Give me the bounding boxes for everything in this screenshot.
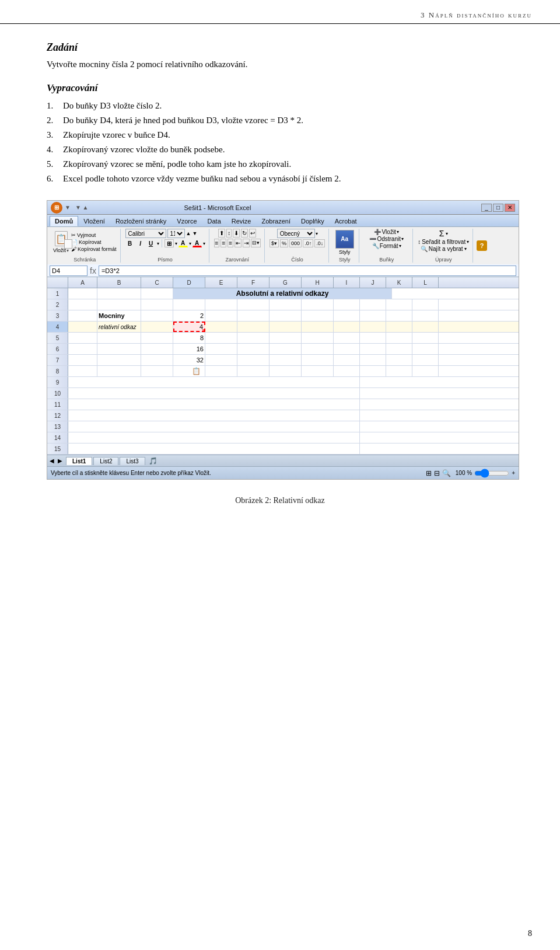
cell-H7[interactable]: [302, 355, 334, 365]
row-header-7[interactable]: 7: [47, 355, 68, 365]
cell-C3[interactable]: [141, 310, 173, 321]
col-J[interactable]: J: [360, 277, 386, 288]
cell-K6[interactable]: [386, 344, 412, 354]
row-header-11[interactable]: 11: [47, 399, 68, 410]
merge-center-btn[interactable]: ⊟▾: [251, 239, 261, 247]
cell-I4[interactable]: [334, 322, 360, 332]
cell-row12[interactable]: [68, 410, 360, 421]
text-direction-btn[interactable]: ↻: [241, 229, 248, 238]
cell-D5[interactable]: 8: [173, 333, 205, 343]
row-header-9[interactable]: 9: [47, 377, 68, 387]
cell-C1[interactable]: [141, 288, 173, 299]
col-B[interactable]: B: [97, 277, 141, 288]
cell-F8[interactable]: [237, 366, 270, 376]
cell-I8[interactable]: [334, 366, 360, 376]
cell-row9[interactable]: [68, 377, 360, 387]
cell-E8[interactable]: [205, 366, 237, 376]
cell-D4[interactable]: 4: [173, 322, 205, 332]
cell-L8[interactable]: [412, 366, 439, 376]
cell-C2[interactable]: [141, 299, 173, 310]
col-G[interactable]: G: [270, 277, 302, 288]
cell-row15[interactable]: [68, 443, 360, 454]
cell-D1[interactable]: Absolutní a relativní odkazy: [173, 288, 392, 299]
cell-H5[interactable]: [302, 333, 334, 343]
cell-L6[interactable]: [412, 344, 439, 354]
minimize-btn[interactable]: _: [481, 204, 492, 212]
underline-arrow[interactable]: ▾: [157, 241, 159, 246]
row-header-10[interactable]: 10: [47, 388, 68, 399]
col-C[interactable]: C: [141, 277, 173, 288]
insert-cells-btn[interactable]: ➕Vložit▾: [374, 229, 398, 235]
col-F[interactable]: F: [237, 277, 270, 288]
ribbon-tab-vzorce[interactable]: Vzorce: [172, 216, 202, 226]
align-right-btn[interactable]: ≡: [228, 239, 233, 247]
cell-B2[interactable]: [97, 299, 141, 310]
increase-font-btn[interactable]: ▲: [186, 230, 191, 236]
cell-D7[interactable]: 32: [173, 355, 205, 365]
sheet-tab-list3[interactable]: List3: [120, 457, 145, 465]
cell-row11[interactable]: [68, 399, 360, 410]
font-color-arrow[interactable]: ▾: [203, 241, 205, 246]
fill-color-btn[interactable]: A: [178, 239, 188, 247]
row-header-14[interactable]: 14: [47, 432, 68, 443]
cell-I2[interactable]: [334, 299, 360, 310]
cell-H2[interactable]: [302, 299, 334, 310]
maximize-btn[interactable]: □: [493, 204, 503, 212]
ribbon-tab-domů[interactable]: Domů: [50, 216, 78, 226]
cell-G2[interactable]: [270, 299, 302, 310]
cell-J2[interactable]: [360, 299, 386, 310]
font-family-select[interactable]: Calibri: [125, 229, 166, 238]
indent-decrease-btn[interactable]: ⇤: [235, 239, 242, 247]
format-cells-btn[interactable]: 🔧Formát▾: [372, 243, 401, 249]
cell-A3[interactable]: [68, 310, 97, 321]
cell-I6[interactable]: [334, 344, 360, 354]
row-header-13[interactable]: 13: [47, 421, 68, 432]
cell-K8[interactable]: [386, 366, 412, 376]
office-button[interactable]: ⊞: [51, 202, 62, 214]
cell-J6[interactable]: [360, 344, 386, 354]
align-bottom-btn[interactable]: ⬇: [233, 229, 240, 238]
ribbon-tab-zobrazení[interactable]: Zobrazení: [256, 216, 296, 226]
cell-L3[interactable]: [412, 310, 439, 321]
cell-J3[interactable]: [360, 310, 386, 321]
cell-C5[interactable]: [141, 333, 173, 343]
close-btn[interactable]: ✕: [505, 204, 515, 212]
ribbon-tab-revize[interactable]: Revize: [226, 216, 257, 226]
row-header-6[interactable]: 6: [47, 344, 68, 354]
cell-G4[interactable]: [270, 322, 302, 332]
wrap-text-btn[interactable]: ↩: [249, 229, 256, 238]
cell-A4[interactable]: [68, 322, 97, 332]
col-L[interactable]: L: [412, 277, 439, 288]
sheet-tab-list2[interactable]: List2: [93, 457, 118, 465]
tab-nav-next[interactable]: ▶: [58, 457, 62, 464]
row-header-12[interactable]: 12: [47, 410, 68, 421]
col-E[interactable]: E: [205, 277, 237, 288]
font-color-btn[interactable]: A: [192, 239, 202, 247]
align-left-btn[interactable]: ≡: [214, 239, 220, 247]
cell-B5[interactable]: [97, 333, 141, 343]
delete-cells-btn[interactable]: ➖Odstranit▾: [369, 236, 404, 242]
autosum-btn[interactable]: Σ▾: [439, 229, 448, 238]
row-header-4[interactable]: 4: [47, 322, 68, 332]
border-btn[interactable]: ⊞: [164, 239, 174, 247]
cut-btn[interactable]: ✂ Vyjmout: [71, 232, 117, 238]
sheet-tab-list1[interactable]: List1: [66, 457, 92, 465]
align-middle-btn[interactable]: ↕: [226, 229, 232, 238]
cell-K5[interactable]: [386, 333, 412, 343]
border-arrow[interactable]: ▾: [175, 241, 177, 246]
cell-J4[interactable]: [360, 322, 386, 332]
cell-H3[interactable]: [302, 310, 334, 321]
cell-E3[interactable]: [205, 310, 237, 321]
cell-A8[interactable]: [68, 366, 97, 376]
cell-C8[interactable]: [141, 366, 173, 376]
cell-F4[interactable]: [237, 322, 270, 332]
row-header-3[interactable]: 3: [47, 310, 68, 321]
cell-A7[interactable]: [68, 355, 97, 365]
cell-F5[interactable]: [237, 333, 270, 343]
copy-btn[interactable]: 📄 Kopírovat: [71, 239, 117, 245]
indent-increase-btn[interactable]: ⇥: [243, 239, 250, 247]
zoom-in-btn[interactable]: +: [512, 470, 515, 476]
row-header-2[interactable]: 2: [47, 299, 68, 310]
cell-K2[interactable]: [386, 299, 412, 310]
cell-G8[interactable]: [270, 366, 302, 376]
